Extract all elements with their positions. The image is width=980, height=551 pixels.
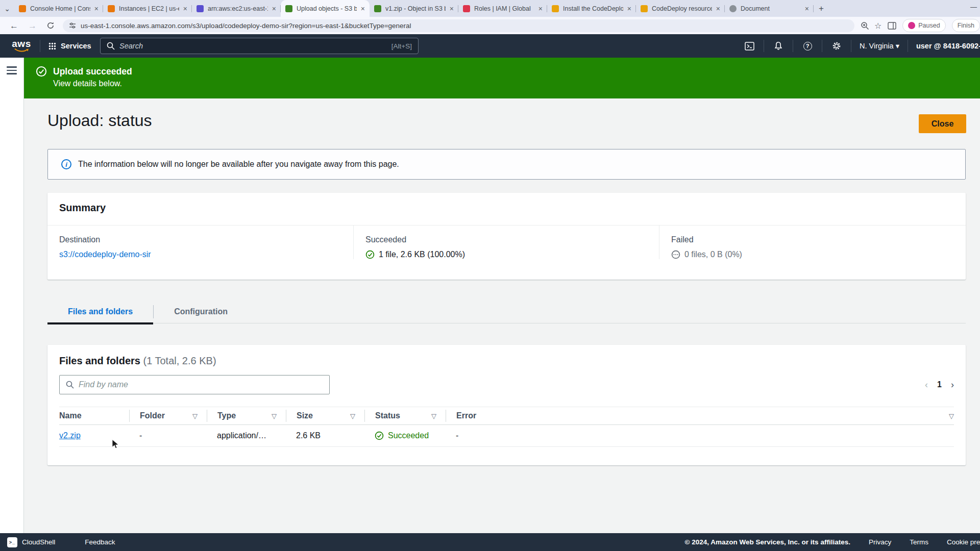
info-alert: i The information below will no longer b… — [47, 149, 966, 180]
browser-tab-v1zip[interactable]: v1.zip - Object in S3 bucket co… × — [370, 0, 458, 17]
bookmark-star-icon[interactable]: ☆ — [874, 21, 881, 31]
sort-icon[interactable]: ▽ — [431, 412, 436, 420]
terms-link[interactable]: Terms — [910, 538, 928, 546]
next-page-icon[interactable]: › — [951, 380, 954, 390]
new-tab-button[interactable]: + — [819, 4, 824, 14]
tab-close-icon[interactable]: × — [272, 5, 276, 12]
sort-icon[interactable]: ▽ — [949, 412, 954, 420]
browser-tab-iam-roles[interactable]: Roles | IAM | Global × — [458, 0, 547, 17]
region-label: N. Virginia — [860, 42, 894, 50]
destination-link[interactable]: s3://codedeploy-demo-sir — [59, 250, 353, 259]
tab-title: Upload objects - S3 bucket co… — [297, 5, 357, 12]
zoom-icon[interactable] — [861, 21, 869, 30]
back-icon[interactable]: ← — [10, 21, 18, 30]
tab-close-icon[interactable]: × — [183, 5, 187, 12]
info-alert-message: The information below will no longer be … — [78, 160, 399, 169]
tab-close-icon[interactable]: × — [450, 5, 454, 12]
divider — [822, 40, 822, 52]
notifications-bell-icon[interactable] — [772, 41, 785, 51]
column-header-status[interactable]: Status ▽ — [364, 410, 446, 422]
current-page-number[interactable]: 1 — [937, 380, 942, 389]
cookie-preferences-link[interactable]: Cookie preferences — [947, 538, 980, 546]
aws-search-input[interactable] — [119, 42, 387, 50]
hamburger-menu-icon[interactable] — [7, 66, 17, 74]
cloudshell-label[interactable]: CloudShell — [22, 538, 55, 546]
files-table-card: Files and folders (1 Total, 2.6 KB) ‹ 1 … — [47, 345, 966, 465]
browser-toolbar: ← → ☆ Paused Finish — [0, 17, 980, 34]
region-selector[interactable]: N. Virginia ▾ — [860, 42, 899, 50]
prev-page-icon[interactable]: ‹ — [925, 380, 928, 390]
services-menu[interactable]: Services — [48, 42, 91, 50]
tab-files-and-folders[interactable]: Files and folders — [47, 300, 153, 323]
cell-status: Succeeded — [364, 431, 446, 440]
browser-tab-document[interactable]: Document × — [725, 0, 814, 17]
reload-icon[interactable] — [46, 21, 55, 30]
left-rail — [0, 58, 24, 533]
tab-configuration[interactable]: Configuration — [154, 300, 248, 323]
tab-close-icon[interactable]: × — [627, 5, 631, 12]
column-header-error[interactable]: Error ▽ — [446, 410, 954, 422]
tab-close-icon[interactable]: × — [361, 5, 365, 12]
summary-card: Summary Destination s3://codedeploy-demo… — [47, 193, 966, 280]
mouse-cursor-icon — [111, 439, 120, 449]
divider — [908, 40, 908, 52]
browser-tab-upload-objects-active[interactable]: Upload objects - S3 bucket co… × — [281, 0, 370, 17]
recording-dot-icon — [908, 22, 915, 29]
tab-list: Console Home | Console Hom… × Instances … — [14, 0, 814, 17]
table-row: v2.zip - application/… 2.6 KB Succeeded … — [59, 425, 954, 447]
url-input[interactable] — [81, 22, 848, 30]
site-settings-icon[interactable] — [69, 22, 76, 29]
column-header-folder[interactable]: Folder ▽ — [129, 410, 207, 422]
summary-heading: Summary — [47, 193, 966, 226]
tab-close-icon[interactable]: × — [538, 5, 543, 12]
browser-tab-console-home[interactable]: Console Home | Console Hom… × — [14, 0, 103, 17]
tab-close-icon[interactable]: × — [94, 5, 99, 12]
extension-finish-button[interactable]: Finish — [952, 19, 980, 32]
cloudshell-icon[interactable] — [743, 42, 755, 51]
find-by-name-input[interactable] — [79, 380, 323, 389]
close-button[interactable]: Close — [919, 114, 966, 133]
help-icon[interactable]: ? — [801, 42, 814, 51]
column-header-size[interactable]: Size ▽ — [286, 410, 364, 422]
minimize-icon[interactable]: — — [970, 3, 977, 11]
tab-list-chevron-icon[interactable]: ⌄ — [0, 5, 14, 13]
copyright-text: © 2024, Amazon Web Services, Inc. or its… — [685, 538, 850, 546]
browser-tab-codedeploy-agent[interactable]: Install the CodeDeploy agent f… × — [547, 0, 636, 17]
tab-title: Roles | IAM | Global — [474, 5, 534, 12]
file-name-link[interactable]: v2.zip — [59, 431, 81, 440]
aws-search-box[interactable]: [Alt+S] — [100, 38, 419, 54]
status-text: Succeeded — [388, 431, 429, 440]
forward-icon[interactable]: → — [28, 21, 37, 30]
files-title-text: Files and folders — [59, 355, 140, 366]
tab-favicon — [374, 5, 381, 12]
url-bar[interactable] — [63, 19, 854, 32]
browser-tab-strip: ⌄ Console Home | Console Hom… × Instance… — [0, 0, 980, 17]
cloudshell-footer-icon[interactable]: >_ — [7, 537, 17, 547]
success-flashbar: Upload succeeded View details below. — [24, 58, 980, 98]
main-content: Upload: status Close i The information b… — [24, 98, 980, 533]
browser-tab-codedeploy-kit[interactable]: CodeDeploy resource kit refer… × — [636, 0, 725, 17]
feedback-link[interactable]: Feedback — [85, 538, 115, 546]
browser-tab-ec2-instances[interactable]: Instances | EC2 | us-east-1 × — [103, 0, 192, 17]
settings-gear-icon[interactable] — [830, 41, 843, 51]
summary-failed: Failed 0 files, 0 B (0%) — [659, 226, 965, 259]
aws-logo[interactable]: aws — [11, 40, 32, 53]
browser-tab-arn[interactable]: arn:aws:ec2:us-east-1:8418609… × — [192, 0, 281, 17]
side-panel-icon[interactable] — [888, 22, 896, 30]
sort-icon[interactable]: ▽ — [272, 412, 277, 420]
sort-icon[interactable]: ▽ — [350, 412, 355, 420]
row-success-check-icon — [375, 431, 384, 440]
account-menu[interactable]: user @ 8418-6092-7 — [916, 42, 980, 50]
tab-close-icon[interactable]: × — [716, 5, 720, 12]
sort-icon[interactable]: ▽ — [192, 412, 198, 420]
flashbar-subtitle: View details below. — [53, 79, 980, 88]
extension-paused-badge[interactable]: Paused — [902, 19, 945, 32]
column-header-type[interactable]: Type ▽ — [207, 410, 286, 422]
summary-succeeded: Succeeded 1 file, 2.6 KB (100.00%) — [353, 226, 659, 259]
tab-close-icon[interactable]: × — [805, 5, 809, 12]
column-header-name[interactable]: Name — [59, 410, 129, 422]
grid-icon — [48, 42, 56, 50]
find-by-name-box[interactable] — [59, 375, 330, 394]
caret-down-icon: ▾ — [896, 42, 899, 50]
privacy-link[interactable]: Privacy — [869, 538, 891, 546]
